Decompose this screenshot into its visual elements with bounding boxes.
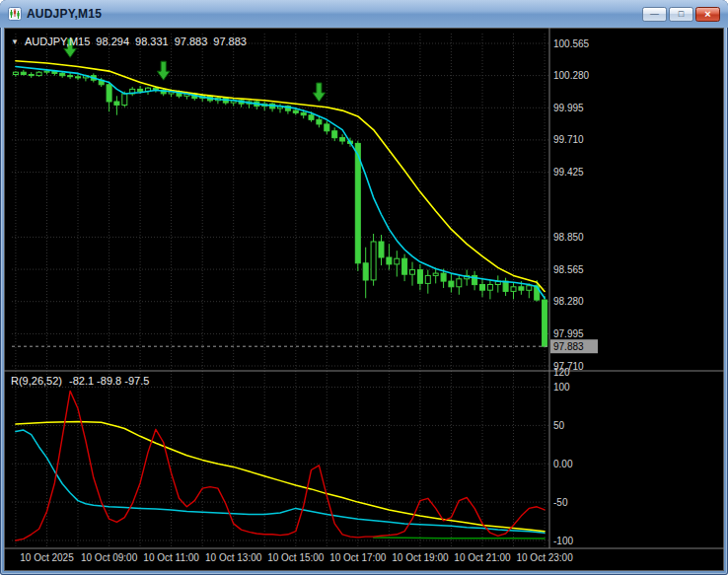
chart-menu-arrow-icon[interactable]: ▼ (11, 37, 19, 46)
price-axis-label: 98.850 (553, 232, 584, 243)
indicator-axis-label: 120 (553, 367, 570, 378)
close-button[interactable]: × (695, 7, 720, 22)
price-axis-label: 99.995 (553, 103, 584, 113)
chart-svg: 97.883100.565100.28099.99599.71099.42598… (4, 28, 724, 571)
indicator-readout: R(9,26,52) -82.1 -89.8 -97.5 (11, 375, 149, 387)
time-axis-label: 10 Oct 15:00 (267, 552, 325, 563)
oscillator-floor-green (374, 538, 545, 539)
oscillator-slow-yellow (16, 422, 545, 532)
ohlc-low: 97.883 (175, 36, 208, 47)
time-axis-label: 10 Oct 21:00 (454, 552, 511, 563)
time-axis-label: 10 Oct 17:00 (329, 552, 387, 563)
indicator-values: -82.1 -89.8 -97.5 (69, 375, 149, 387)
pane-separators (4, 28, 724, 548)
time-axis-label: 10 Oct 11:00 (143, 552, 199, 563)
indicator-axis-label: -100 (553, 536, 573, 546)
maximize-button[interactable]: □ (669, 7, 693, 22)
indicator-axis-label: 50 (553, 420, 565, 431)
chart-window-icon (8, 7, 22, 21)
oscillator-fast-red (16, 391, 545, 540)
axis-labels: 100.565100.28099.99599.71099.42598.85098… (20, 38, 589, 564)
ohlc-symbol: AUDJPY,M15 (25, 36, 90, 47)
moving-averages (16, 61, 545, 298)
chart-canvas[interactable]: 97.883100.565100.28099.99599.71099.42598… (4, 28, 724, 571)
time-axis-label: 10 Oct 19:00 (392, 552, 449, 563)
ohlc-close: 97.883 (213, 36, 247, 47)
price-axis-label: 99.425 (553, 167, 584, 178)
ohlc-open: 98.294 (96, 36, 129, 47)
sell-signal-arrow-icon (157, 61, 170, 80)
ma-fast-line (16, 67, 545, 299)
ohlc-readout: ▼ AUDJPY,M15 98.294 98.331 97.883 97.883 (11, 36, 247, 47)
sell-signal-arrow-icon (313, 83, 326, 102)
price-axis-label: 98.280 (553, 296, 584, 307)
candles-series (13, 69, 546, 346)
price-axis-label: 99.710 (553, 134, 584, 145)
current-price-label: 97.883 (553, 341, 584, 352)
indicator-axis-label: 100 (553, 382, 570, 393)
ma-slow-line (16, 61, 545, 292)
price-axis-label: 97.995 (553, 328, 584, 339)
price-axis-label: 100.280 (553, 70, 590, 81)
window-controls: — □ × (642, 7, 720, 22)
current-price-marker: 97.883 (12, 339, 598, 353)
oscillator-series (16, 391, 545, 540)
time-axis-label: 10 Oct 23:00 (516, 552, 573, 563)
mt4-chart-window: AUDJPY,M15 — □ × 97.883100.565100.28099.… (0, 0, 728, 575)
indicator-name: R(9,26,52) (11, 375, 62, 387)
price-axis-label: 100.565 (553, 38, 590, 49)
time-axis-label: 10 Oct 13:00 (205, 552, 262, 563)
window-titlebar[interactable]: AUDJPY,M15 — □ × (0, 0, 728, 28)
window-title: AUDJPY,M15 (27, 7, 102, 21)
time-axis-label: 10 Oct 2025 (20, 552, 74, 563)
indicator-axis-label: -50 (553, 497, 568, 508)
indicator-axis-label: 0.00 (553, 459, 573, 469)
price-axis-label: 98.565 (553, 264, 584, 275)
ohlc-high: 98.331 (135, 36, 169, 47)
time-axis-label: 10 Oct 09:00 (81, 552, 138, 563)
minimize-button[interactable]: — (642, 7, 667, 22)
